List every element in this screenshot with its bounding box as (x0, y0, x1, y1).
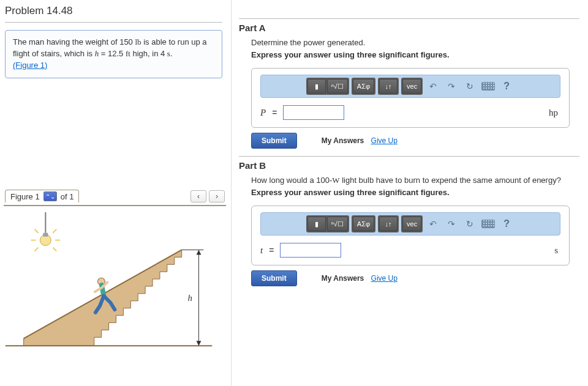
my-answers-label: My Answers (322, 274, 364, 283)
answer-widget-a: ▮ ⁿ√☐ ΑΣφ ↓↑ vec ↶ ↷ ↻ ? P (251, 68, 570, 128)
sqrt-button[interactable]: ⁿ√☐ (327, 217, 348, 231)
keyboard-icon (481, 82, 495, 91)
figure-canvas: h (4, 205, 226, 370)
answer-input-a[interactable] (283, 105, 344, 120)
undo-button[interactable]: ↶ (425, 79, 441, 94)
answer-widget-b: ▮ ⁿ√☐ ΑΣφ ↓↑ vec ↶ ↷ ↻ ? t (251, 206, 570, 265)
help-button[interactable]: ? (499, 217, 514, 231)
intro-text: . (170, 49, 173, 58)
intro-text: The man having the weight of 150 (13, 37, 135, 46)
svg-line-5 (34, 229, 38, 233)
my-answers-label: My Answers (322, 136, 364, 145)
reset-button[interactable]: ↻ (462, 79, 478, 94)
greek-button[interactable]: ΑΣφ (353, 217, 374, 231)
keyboard-icon (481, 220, 495, 228)
part-b-sigfig: Express your answer using three signific… (239, 187, 579, 199)
prompt-b-text: light bulb have to burn to expend the sa… (340, 176, 561, 185)
submit-button-a[interactable]: Submit (251, 133, 297, 149)
prompt-b-unit: W (332, 176, 339, 185)
equation-toolbar: ▮ ⁿ√☐ ΑΣφ ↓↑ vec ↶ ↷ ↻ ? (260, 75, 560, 98)
undo-button[interactable]: ↶ (425, 217, 441, 231)
figure-select[interactable]: ⌃⌄ (43, 191, 57, 201)
vec-button[interactable]: vec (402, 79, 421, 94)
help-button[interactable]: ? (499, 79, 514, 94)
intro-unit-ft: ft (126, 49, 130, 58)
figure-label-h: h (188, 293, 192, 303)
svg-line-6 (53, 229, 56, 233)
subsup-button[interactable]: ↓↑ (379, 79, 398, 94)
equals-sign: = (269, 245, 274, 255)
figure-next-button[interactable]: › (209, 190, 225, 202)
figure-of-label: of 1 (61, 192, 74, 201)
svg-line-8 (53, 247, 56, 251)
keyboard-button[interactable] (480, 79, 496, 94)
unit-label-b: s (554, 245, 560, 256)
equation-toolbar: ▮ ⁿ√☐ ΑΣφ ↓↑ vec ↶ ↷ ↻ ? (260, 212, 560, 236)
part-a-heading: Part A (239, 18, 579, 33)
problem-title: Problem 14.48 (5, 5, 222, 23)
part-a-sigfig: Express your answer using three signific… (239, 49, 579, 61)
var-label-a: P (260, 108, 266, 118)
template-button[interactable]: ▮ (307, 79, 326, 94)
intro-unit-lb: lb (135, 37, 141, 46)
svg-marker-14 (197, 250, 202, 254)
svg-rect-2 (43, 233, 48, 237)
figure-tab-label: Figure 1 (10, 192, 40, 201)
answer-input-b[interactable] (280, 243, 341, 258)
part-b-heading: Part B (239, 156, 579, 171)
svg-marker-15 (197, 341, 202, 346)
give-up-link-a[interactable]: Give Up (371, 136, 398, 145)
problem-intro: The man having the weight of 150 lb is a… (5, 30, 222, 78)
submit-button-b[interactable]: Submit (251, 270, 297, 286)
figure-prev-button[interactable]: ‹ (190, 190, 206, 202)
reset-button[interactable]: ↻ (462, 217, 478, 231)
figure-tab[interactable]: Figure 1 ⌃⌄ of 1 (5, 190, 79, 202)
give-up-link-b[interactable]: Give Up (371, 274, 398, 283)
part-a-prompt: Determine the power generated. (239, 37, 579, 49)
equals-sign: = (272, 108, 277, 117)
sqrt-button[interactable]: ⁿ√☐ (327, 79, 348, 94)
prompt-b-text: How long would a 100- (251, 176, 332, 185)
vec-button[interactable]: vec (402, 217, 421, 231)
greek-button[interactable]: ΑΣφ (353, 79, 374, 94)
redo-button[interactable]: ↷ (443, 217, 459, 231)
redo-button[interactable]: ↷ (443, 79, 459, 94)
intro-text: = 12.5 (99, 49, 126, 58)
subsup-button[interactable]: ↓↑ (379, 217, 398, 231)
intro-text: high, in 4 (130, 49, 167, 58)
figure-link[interactable]: (Figure 1) (13, 61, 47, 70)
keyboard-button[interactable] (480, 217, 496, 231)
var-label-b: t (260, 245, 263, 256)
unit-label-a: hp (549, 108, 560, 118)
template-button[interactable]: ▮ (307, 217, 326, 231)
svg-line-7 (34, 247, 38, 251)
part-b-prompt: How long would a 100-W light bulb have t… (239, 174, 579, 187)
